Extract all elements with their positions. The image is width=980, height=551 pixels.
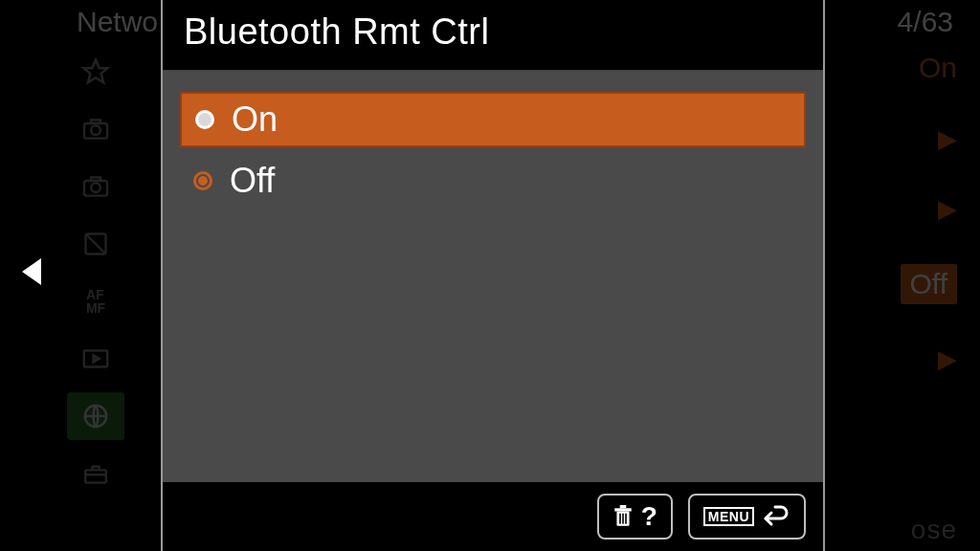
- option-label: Off: [230, 161, 275, 201]
- modal-body: On Off: [163, 71, 823, 482]
- settings-modal: Bluetooth Rmt Ctrl On Off ? MENU: [161, 0, 825, 551]
- modal-title: Bluetooth Rmt Ctrl: [163, 0, 823, 71]
- option-off[interactable]: Off: [180, 153, 806, 209]
- svg-rect-14: [614, 508, 631, 511]
- svg-rect-15: [619, 505, 626, 508]
- menu-label: MENU: [703, 507, 754, 526]
- help-symbol: ?: [641, 501, 657, 532]
- trash-icon: [612, 505, 634, 528]
- back-icon: [762, 505, 791, 528]
- radio-icon: [193, 171, 212, 190]
- svg-marker-12: [22, 258, 41, 285]
- option-on[interactable]: On: [180, 92, 806, 147]
- svg-rect-18: [625, 514, 627, 524]
- svg-rect-16: [619, 514, 621, 524]
- help-button[interactable]: ?: [597, 494, 673, 540]
- menu-back-button[interactable]: MENU: [688, 494, 806, 540]
- modal-footer: ? MENU: [163, 482, 823, 551]
- nav-left-arrow[interactable]: [21, 258, 42, 292]
- svg-rect-17: [622, 514, 624, 524]
- option-label: On: [232, 99, 278, 140]
- radio-icon: [195, 110, 214, 129]
